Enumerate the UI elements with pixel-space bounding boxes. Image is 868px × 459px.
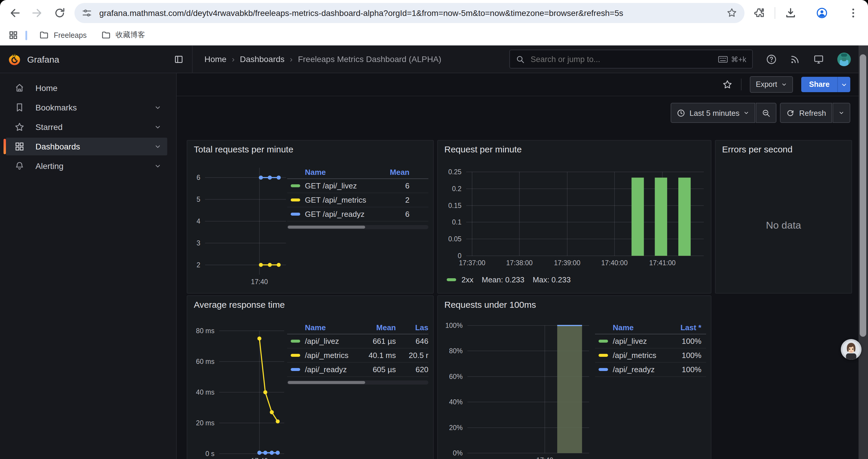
bookmark-folder-freeleaps[interactable]: Freeleaps (34, 28, 91, 42)
search-box[interactable]: ⌘+k (509, 50, 753, 68)
user-avatar[interactable] (837, 52, 851, 66)
bookmark-page-star-icon[interactable] (726, 7, 737, 18)
legend-row[interactable]: GET /api/_metrics 2 (287, 193, 428, 207)
dashboard-canvas: Total requests per minute 6543217:40 Nam… (177, 136, 868, 459)
back-icon[interactable] (8, 6, 21, 19)
legend-row[interactable]: GET /api/_livez 6 (287, 179, 428, 193)
downloads-icon[interactable] (784, 6, 797, 19)
news-rss-icon[interactable] (789, 54, 801, 65)
legend-row[interactable]: /api/_livez 100% (595, 334, 706, 349)
legend-row[interactable]: /api/_livez 661 µs 646 (287, 334, 428, 349)
sidebar-item-bookmarks[interactable]: Bookmarks (6, 99, 167, 117)
legend-col-mean[interactable]: Mean (361, 323, 396, 332)
refresh-icon (786, 108, 795, 117)
grafana-logo-icon[interactable] (8, 52, 21, 66)
under-100ms-chart[interactable]: 100%80%60%40%20%0%17:40 (438, 296, 711, 459)
assistant-avatar-image (841, 339, 862, 360)
chevron-down-icon[interactable] (154, 162, 161, 169)
panel-average-response-time: Average response time 80 ms60 ms40 ms20 … (187, 295, 434, 459)
panel-title[interactable]: Errors per second (722, 144, 793, 154)
legend-col-name[interactable]: Name (287, 167, 368, 176)
reload-icon[interactable] (53, 6, 66, 19)
svg-text:80%: 80% (449, 347, 463, 355)
breadcrumb-current: Freeleaps Metrics Dashboard (ALPHA) (298, 54, 441, 64)
sidebar-item-alerting[interactable]: Alerting (6, 157, 167, 175)
svg-text:0.15: 0.15 (448, 202, 462, 209)
page-scrollbar-thumb[interactable] (860, 54, 866, 337)
refresh-interval-button[interactable] (833, 103, 850, 123)
profile-icon[interactable] (815, 6, 829, 19)
time-range-picker[interactable]: Last 5 minutes (671, 103, 755, 123)
chevron-down-icon (841, 81, 847, 88)
forward-icon[interactable] (31, 6, 44, 19)
legend-col-name[interactable]: Name (287, 323, 361, 332)
legend-scrollbar[interactable] (287, 225, 428, 229)
chevron-down-icon[interactable] (154, 104, 161, 111)
legend-col-last[interactable]: Last * (665, 323, 701, 332)
chevron-down-icon[interactable] (154, 124, 161, 131)
sidebar-item-starred[interactable]: Starred (6, 118, 167, 136)
legend-row[interactable]: /api/_metrics 40.1 ms 20.5 r (287, 349, 428, 363)
legend-scrollbar[interactable] (287, 381, 428, 385)
legend-scrollbar-thumb[interactable] (288, 226, 366, 229)
request-per-minute-chart[interactable]: 0.250.20.150.10.05017:37:0017:38:0017:39… (438, 140, 711, 293)
favorite-star-icon[interactable] (722, 79, 733, 90)
grafana-header: Grafana Home › Dashboards › Freeleaps Me… (0, 45, 868, 73)
legend-row[interactable]: /api/_metrics 100% (595, 349, 706, 363)
url-text[interactable] (98, 7, 720, 18)
legend-table: Name Last * /api/_livez 100% /api/_metri… (595, 321, 706, 377)
grafana-app: Grafana Home › Dashboards › Freeleaps Me… (0, 45, 868, 459)
browser-actions (753, 6, 862, 19)
svg-text:17:37:00: 17:37:00 (459, 259, 486, 267)
apps-grid-icon[interactable] (8, 30, 18, 40)
legend-2xx[interactable]: 2xx Mean: 0.233 Max: 0.233 (447, 275, 579, 284)
floating-assistant-avatar[interactable] (841, 339, 862, 360)
panel-request-per-minute: Request per minute 0.250.20.150.10.05017… (437, 140, 711, 294)
panel-total-requests: Total requests per minute 6543217:40 Nam… (187, 140, 434, 294)
breadcrumb-dashboards[interactable]: Dashboards (240, 54, 284, 64)
share-button[interactable]: Share (802, 77, 838, 92)
chevron-down-icon (838, 110, 844, 116)
legend-col-last[interactable]: Las (396, 323, 428, 332)
legend-row[interactable]: GET /api/_readyz 6 (287, 207, 428, 222)
extensions-icon[interactable] (753, 6, 766, 19)
page-scrollbar[interactable] (859, 45, 868, 459)
url-bar[interactable] (74, 3, 745, 23)
help-icon[interactable] (766, 54, 777, 65)
dashboard-actions-bar: Export Share (177, 73, 868, 96)
search-shortcut: ⌘+k (718, 55, 746, 64)
actions-divider (741, 78, 742, 90)
export-button[interactable]: Export (750, 76, 793, 93)
sidebar: Home Bookmarks Starred Dashboards (0, 73, 177, 459)
refresh-button[interactable]: Refresh (780, 103, 832, 123)
legend-scrollbar-thumb[interactable] (288, 381, 366, 384)
dock-sidebar-icon[interactable] (174, 54, 184, 64)
header-content: Home › Dashboards › Freeleaps Metrics Da… (193, 45, 868, 73)
panel-requests-under-100ms: Requests under 100ms 100%80%60%40%20%0%1… (437, 295, 711, 459)
legend-row[interactable]: /api/_readyz 605 µs 620 (287, 363, 428, 377)
legend-row[interactable]: /api/_readyz 100% (595, 363, 706, 377)
search-input[interactable] (529, 54, 718, 64)
svg-text:0 s: 0 s (205, 450, 215, 458)
home-icon (14, 83, 25, 93)
bookmark-folder-blogs[interactable]: 收藏博客 (96, 28, 150, 42)
browser-menu-icon[interactable] (847, 6, 860, 19)
legend-col-name[interactable]: Name (595, 323, 665, 332)
sidebar-item-home[interactable]: Home (6, 79, 167, 97)
chevron-down-icon[interactable] (154, 143, 161, 150)
sidebar-item-label: Dashboards (35, 142, 144, 151)
zoom-out-button[interactable] (756, 103, 777, 123)
breadcrumb-home[interactable]: Home (205, 54, 226, 64)
sidebar-item-dashboards[interactable]: Dashboards (6, 138, 167, 155)
share-menu-button[interactable] (837, 77, 850, 92)
bookmark-folder-label: 收藏博客 (116, 30, 145, 40)
svg-text:17:40:00: 17:40:00 (601, 259, 628, 267)
svg-text:100%: 100% (445, 322, 463, 329)
legend-col-mean[interactable]: Mean (368, 167, 409, 176)
series-color-pill (291, 340, 300, 342)
legend-header: Name Last * (595, 321, 706, 334)
series-color-pill (291, 213, 300, 216)
site-settings-icon[interactable] (82, 7, 92, 18)
display-mode-icon[interactable] (813, 54, 824, 65)
bell-icon (14, 161, 25, 171)
